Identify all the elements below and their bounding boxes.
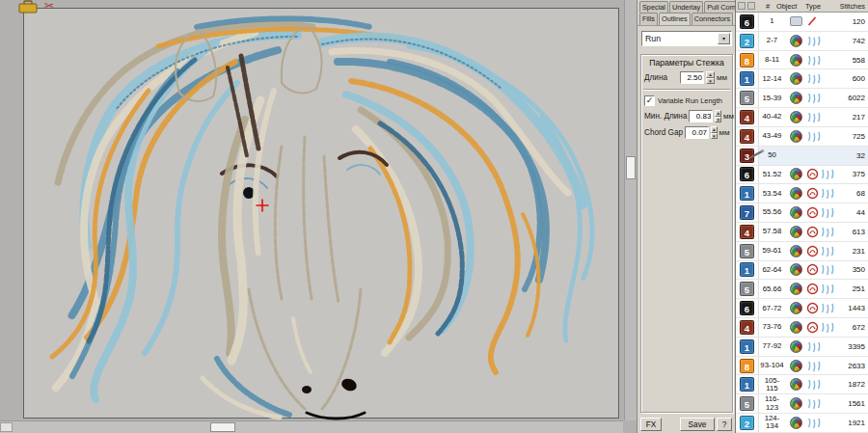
- spin-down-icon[interactable]: ▼: [715, 117, 721, 123]
- horizontal-scrollbar-thumb[interactable]: [210, 422, 235, 432]
- design-canvas[interactable]: ✂: [0, 0, 637, 433]
- object-row[interactable]: 88-11558: [736, 51, 868, 70]
- run-stitch-icon: [806, 92, 821, 104]
- color-badge[interactable]: 4: [740, 110, 754, 124]
- object-row[interactable]: 61120: [736, 13, 868, 32]
- object-row[interactable]: 755.5644: [736, 203, 868, 223]
- object-row[interactable]: 559-61231: [736, 242, 868, 261]
- color-badge[interactable]: 6: [740, 14, 754, 29]
- object-row[interactable]: 153.5468: [736, 184, 868, 203]
- object-row[interactable]: 5116-1231561: [736, 394, 868, 414]
- badge-cell: 1: [736, 375, 759, 393]
- min-length-spinner[interactable]: ▲▼: [715, 110, 721, 122]
- machine-icon[interactable]: [17, 0, 39, 14]
- thread-color-icon: [790, 54, 802, 67]
- object-cell: [785, 187, 806, 200]
- color-badge[interactable]: 5: [740, 396, 754, 411]
- object-row[interactable]: 2124-1341921: [736, 414, 868, 433]
- color-badge[interactable]: 5: [740, 91, 754, 105]
- thread-color-icon: [790, 340, 802, 353]
- object-row[interactable]: 515-396022: [736, 89, 868, 108]
- scissors-icon[interactable]: ✂: [44, 0, 54, 13]
- color-badge[interactable]: 1: [740, 339, 754, 354]
- design-hoop-area[interactable]: [23, 8, 619, 419]
- color-badge[interactable]: 6: [740, 167, 754, 181]
- header-number[interactable]: #: [759, 2, 776, 11]
- object-row[interactable]: 177-923395: [736, 338, 868, 357]
- color-badge[interactable]: 5: [740, 282, 754, 296]
- badge-cell: 5: [736, 242, 759, 260]
- object-row[interactable]: 35032: [736, 147, 868, 166]
- object-row[interactable]: 1105-1151872: [736, 375, 868, 394]
- stitch-count: 1921: [834, 419, 868, 427]
- thread-color-icon: [790, 92, 802, 104]
- min-length-input[interactable]: [689, 110, 713, 122]
- variable-run-checkbox[interactable]: ✓: [644, 95, 655, 106]
- tab-underlay[interactable]: Underlay: [669, 1, 703, 13]
- color-badge[interactable]: 7: [740, 205, 754, 220]
- stitch-type-select[interactable]: Run ▾: [641, 31, 732, 46]
- color-badge[interactable]: 1: [740, 186, 754, 201]
- embroidery-app-window: ✂ Special Underlay Pull Comp Fills Outli…: [0, 0, 868, 433]
- object-row[interactable]: 667-721443: [736, 299, 868, 318]
- header-type[interactable]: Type: [805, 2, 830, 11]
- color-badge[interactable]: 2: [740, 416, 754, 430]
- header-object[interactable]: Object: [776, 2, 805, 11]
- tab-connectors[interactable]: Connectors: [692, 13, 733, 25]
- fx-button[interactable]: FX: [640, 418, 662, 431]
- badge-cell: 5: [736, 89, 759, 107]
- length-label: Длина: [644, 73, 678, 82]
- color-badge[interactable]: 8: [740, 53, 754, 68]
- spin-down-icon[interactable]: ▼: [706, 78, 715, 85]
- thread-color-icon: [790, 111, 802, 123]
- color-badge[interactable]: 4: [740, 320, 754, 335]
- spin-down-icon[interactable]: ▼: [711, 133, 718, 140]
- object-row[interactable]: 440-42217: [736, 108, 868, 127]
- list-mode-icon[interactable]: [738, 2, 746, 10]
- color-badge[interactable]: 4: [740, 225, 754, 239]
- tab-special[interactable]: Special: [639, 1, 668, 13]
- color-badge[interactable]: 4: [740, 129, 754, 144]
- color-badge[interactable]: 1: [740, 71, 754, 86]
- chord-gap-spinner[interactable]: ▲▼: [711, 126, 718, 139]
- object-row[interactable]: 473-76672: [736, 318, 868, 338]
- thread-color-icon: [790, 321, 802, 334]
- header-stitches[interactable]: Stitches: [830, 2, 868, 11]
- chord-gap-row: Chord Gap ▲▼ мм: [641, 124, 732, 141]
- save-button[interactable]: Save: [680, 418, 715, 431]
- object-row[interactable]: 651.52375: [736, 166, 868, 185]
- vertical-scrollbar[interactable]: [624, 0, 637, 420]
- color-badge[interactable]: 2: [740, 34, 754, 48]
- horizontal-scrollbar[interactable]: [0, 420, 623, 433]
- object-row[interactable]: 565.66251: [736, 280, 868, 299]
- object-row[interactable]: 443-49725: [736, 127, 868, 147]
- badge-cell: 7: [736, 203, 759, 222]
- object-row[interactable]: 112-14600: [736, 69, 868, 89]
- run-stitch-icon: [820, 321, 834, 334]
- type-cell: [806, 168, 834, 180]
- object-row[interactable]: 457.58613: [736, 223, 868, 242]
- length-spinner[interactable]: ▲▼: [706, 71, 715, 84]
- color-badge[interactable]: 1: [740, 262, 754, 277]
- length-input[interactable]: [680, 71, 704, 84]
- stitch-params-group: Параметры Стежка Длина ▲▼ мм ✓ Variable …: [640, 54, 733, 413]
- color-badge[interactable]: 6: [740, 301, 754, 315]
- vertical-scrollbar-thumb[interactable]: [626, 156, 636, 179]
- scrollbar-corner-box: [0, 422, 13, 432]
- stitch-count: 375: [834, 170, 868, 178]
- color-badge[interactable]: 1: [740, 377, 754, 392]
- list-options-icon[interactable]: [747, 2, 755, 10]
- help-button[interactable]: ?: [717, 418, 732, 431]
- manual-stitch-icon: [806, 15, 818, 27]
- object-range: 67-72: [759, 305, 785, 312]
- chord-gap-input[interactable]: [685, 126, 709, 139]
- tab-fills[interactable]: Fills: [639, 13, 658, 25]
- chevron-down-icon[interactable]: ▾: [718, 33, 730, 44]
- object-row[interactable]: 162-64350: [736, 261, 868, 281]
- object-row[interactable]: 893-1042633: [736, 357, 868, 376]
- color-badge[interactable]: 8: [740, 359, 754, 373]
- object-row[interactable]: 22-7742: [736, 32, 868, 51]
- object-range: 2-7: [759, 37, 785, 44]
- tab-outlines[interactable]: Outlines: [659, 13, 691, 25]
- color-badge[interactable]: 5: [740, 244, 754, 258]
